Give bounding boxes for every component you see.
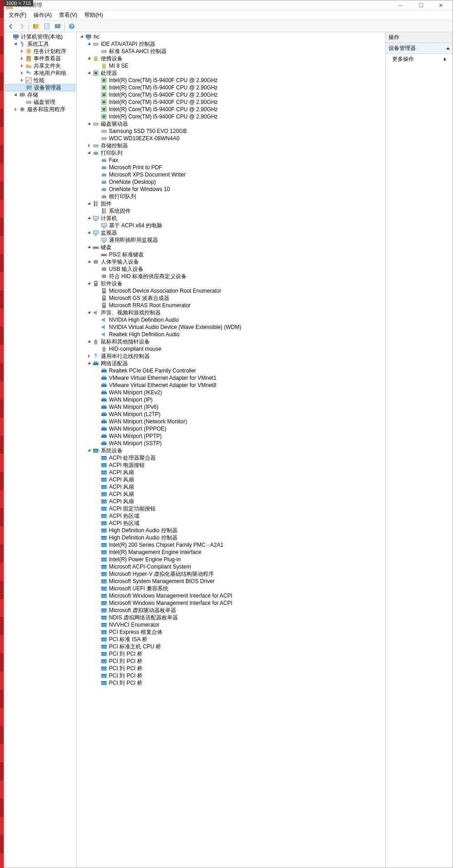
device-item[interactable]: Microsoft 虚拟驱动器枚举器	[78, 607, 384, 614]
device-root[interactable]: hc	[78, 33, 384, 40]
collapse-toggle[interactable]	[86, 309, 92, 316]
device-item[interactable]: WAN Miniport (SSTP)	[78, 440, 384, 447]
collapse-toggle[interactable]	[86, 70, 92, 76]
device-item[interactable]: 符合 HID 标准的供应商定义设备	[78, 273, 384, 280]
show-hide-button[interactable]	[31, 21, 41, 31]
device-item[interactable]: Intel(R) Core(TM) i5-9400F CPU @ 2.90GHz	[78, 91, 384, 98]
device-item[interactable]: Microsoft GS 波表合成器	[78, 294, 384, 302]
device-item[interactable]: Microsoft RRAS Root Enumerator	[78, 302, 384, 309]
actions-more[interactable]: 更多操作	[386, 54, 453, 64]
device-item[interactable]: WAN Miniport (IPv6)	[78, 403, 384, 411]
tree-device-manager[interactable]: 设备管理器	[5, 84, 75, 91]
collapse-toggle[interactable]	[86, 280, 92, 287]
collapse-toggle[interactable]	[86, 447, 92, 454]
collapse-toggle[interactable]	[86, 215, 92, 221]
device-item[interactable]: 根打印队列	[78, 193, 384, 200]
device-item[interactable]: OneNote (Desktop)	[78, 178, 384, 186]
tree-storage[interactable]: 存储	[5, 91, 75, 98]
expand-toggle[interactable]	[86, 142, 92, 149]
device-item[interactable]: 系统固件	[78, 207, 384, 215]
device-item[interactable]: 标准 SATA AHCI 控制器	[78, 48, 384, 55]
maximize-button[interactable]: ☐	[411, 1, 431, 10]
expand-toggle[interactable]	[86, 353, 92, 359]
collapse-toggle[interactable]	[86, 150, 92, 156]
device-item[interactable]: NVIDIA High Definition Audio	[78, 316, 384, 324]
device-category[interactable]: 便携设备	[78, 55, 384, 62]
device-item[interactable]: WAN Miniport (L2TP)	[78, 411, 384, 418]
collapse-toggle[interactable]	[86, 41, 92, 47]
tree-event-viewer[interactable]: 事件查看器	[5, 55, 75, 62]
device-item[interactable]: WAN Miniport (Network Monitor)	[78, 418, 384, 425]
menu-file[interactable]: 文件(F)	[5, 10, 30, 20]
forward-button[interactable]	[17, 21, 27, 31]
device-item[interactable]: Microsoft ACPI-Compliant System	[78, 563, 384, 570]
device-item[interactable]: High Definition Audio 控制器	[78, 527, 384, 534]
device-category[interactable]: 鼠标和其他指针设备	[78, 338, 384, 345]
menu-view[interactable]: 查看(V)	[55, 10, 81, 20]
device-item[interactable]: PCI 到 PCI 桥	[78, 672, 384, 679]
tree-shared-folders[interactable]: 共享文件夹	[5, 62, 75, 69]
tree-performance[interactable]: 性能	[5, 77, 75, 84]
device-item[interactable]: Microsoft UEFI 兼容系统	[78, 585, 384, 592]
properties-button[interactable]	[42, 21, 52, 31]
titlebar[interactable]: 计算机管理 ─ ☐ ✕	[4, 0, 453, 10]
device-category[interactable]: 声音、视频和游戏控制器	[78, 309, 384, 316]
device-item[interactable]: VMware Virtual Ethernet Adapter for VMne…	[78, 374, 384, 382]
device-item[interactable]: WAN Miniport (PPPOE)	[78, 425, 384, 432]
device-item[interactable]: PS/2 标准键盘	[78, 251, 384, 258]
device-item[interactable]: HID-compliant mouse	[78, 345, 384, 353]
device-item[interactable]: USB 输入设备	[78, 265, 384, 273]
collapse-toggle[interactable]	[86, 230, 92, 236]
device-item[interactable]: WAN Miniport (IP)	[78, 396, 384, 403]
device-item[interactable]: ACPI 风扇	[78, 476, 384, 483]
device-tree-pane[interactable]: hcIDE ATA/ATAPI 控制器标准 SATA AHCI 控制器便携设备M…	[77, 32, 385, 868]
back-button[interactable]	[6, 21, 16, 31]
device-category[interactable]: 存储控制器	[78, 142, 384, 149]
device-item[interactable]: 通用即插即用监视器	[78, 236, 384, 244]
collapse-toggle[interactable]	[86, 201, 92, 207]
device-item[interactable]: PCI 到 PCI 桥	[78, 650, 384, 657]
menu-action[interactable]: 操作(A)	[30, 10, 55, 20]
device-item[interactable]: ACPI 风扇	[78, 498, 384, 505]
device-item[interactable]: Intel(R) Core(TM) i5-9400F CPU @ 2.90GHz	[78, 84, 384, 91]
device-item[interactable]: Intel(R) 200 Series Chipset Family PMC -…	[78, 541, 384, 549]
menu-help[interactable]: 帮助(H)	[81, 10, 107, 20]
collapse-toggle[interactable]	[86, 244, 92, 250]
refresh-button[interactable]	[53, 21, 63, 31]
device-item[interactable]: High Definition Audio 控制器	[78, 534, 384, 541]
device-category[interactable]: 监视器	[78, 229, 384, 236]
device-category[interactable]: 处理器	[78, 69, 384, 77]
device-category[interactable]: 人体学输入设备	[78, 258, 384, 265]
device-item[interactable]: ACPI 热区域	[78, 512, 384, 520]
device-item[interactable]: OneNote for Windows 10	[78, 186, 384, 193]
device-category[interactable]: 计算机	[78, 215, 384, 222]
device-item[interactable]: Microsoft Device Association Root Enumer…	[78, 287, 384, 294]
device-item[interactable]: ACPI 处理器聚合器	[78, 454, 384, 461]
device-item[interactable]: Microsoft Print to PDF	[78, 164, 384, 171]
device-item[interactable]: Intel(R) Management Engine Interface	[78, 549, 384, 556]
device-category[interactable]: 磁盘驱动器	[78, 120, 384, 128]
device-item[interactable]: NDIS 虚拟网络适配器枚举器	[78, 614, 384, 621]
device-item[interactable]: Microsoft Windows Management Interface f…	[78, 592, 384, 599]
device-category[interactable]: 网络适配器	[78, 360, 384, 367]
collapse-toggle[interactable]	[86, 55, 92, 62]
minimize-button[interactable]: ─	[391, 1, 411, 10]
collapse-toggle[interactable]	[86, 338, 92, 345]
device-item[interactable]: PCI Express 根复合体	[78, 628, 384, 636]
collapse-toggle[interactable]	[86, 121, 92, 127]
collapse-toggle[interactable]	[86, 360, 92, 367]
device-item[interactable]: Intel(R) Core(TM) i5-9400F CPU @ 2.90GHz	[78, 77, 384, 84]
device-item[interactable]: ACPI 风扇	[78, 490, 384, 498]
device-category[interactable]: 键盘	[78, 244, 384, 251]
device-item[interactable]: PCI 到 PCI 桥	[78, 679, 384, 687]
device-item[interactable]: 基于 ACPI x64 的电脑	[78, 222, 384, 229]
device-item[interactable]: ACPI 风扇	[78, 469, 384, 476]
device-item[interactable]: WDC WD10EZEX-08WN4A0	[78, 135, 384, 142]
device-item[interactable]: Intel(R) Core(TM) i5-9400F CPU @ 2.90GHz	[78, 106, 384, 113]
tree-local-users[interactable]: 本地用户和组	[5, 69, 75, 77]
device-item[interactable]: MI 8 SE	[78, 62, 384, 69]
left-tree-pane[interactable]: 计算机管理(本地) 系统工具 任务计划程序 事件查看器 共享文件夹 本地用户和组…	[4, 32, 77, 868]
actions-context[interactable]: 设备管理器	[386, 43, 453, 54]
device-item[interactable]: WAN Miniport (IKEv2)	[78, 389, 384, 396]
device-item[interactable]: ACPI 电源按钮	[78, 461, 384, 469]
